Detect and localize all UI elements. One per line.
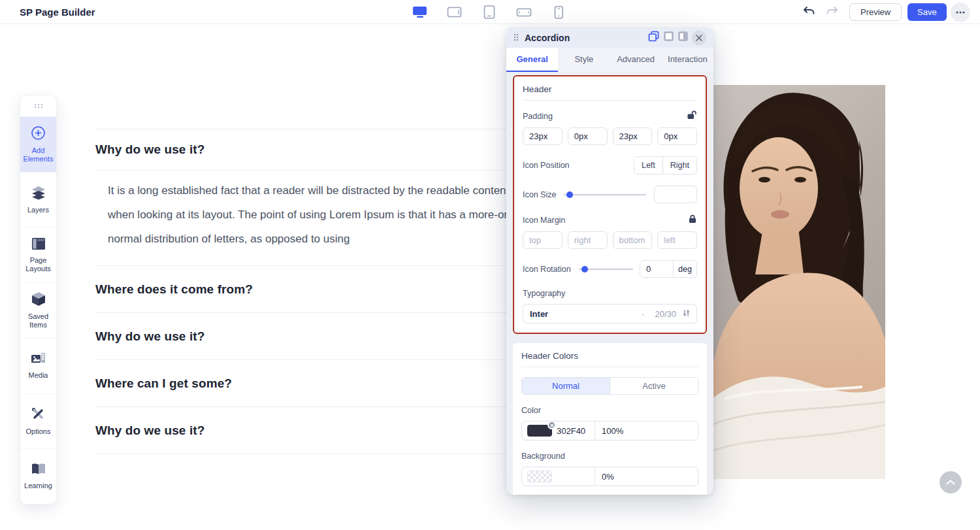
typography-font-name: Inter	[530, 309, 642, 319]
icon-margin-right-input[interactable]	[568, 231, 608, 249]
panel-header: Accordion	[506, 27, 713, 48]
book-icon	[31, 463, 46, 478]
more-options-button[interactable]	[951, 3, 970, 22]
sidebar-item-options[interactable]: Options	[20, 393, 56, 449]
color-hex-value: 302F40	[557, 426, 585, 436]
sidebar-item-learning[interactable]: Learning	[20, 448, 56, 504]
sidebar-item-saved-items[interactable]: Saved Items	[20, 282, 56, 338]
color-swatch[interactable]	[527, 425, 552, 437]
icon-rotation-input[interactable]	[640, 261, 673, 277]
tablet-landscape-icon[interactable]	[447, 6, 463, 19]
icon-margin-bottom-input[interactable]	[613, 231, 653, 249]
accordion-header-text: Why do we use it?	[95, 329, 204, 344]
background-opacity-value[interactable]: 0%	[595, 472, 698, 482]
icon-margin-inputs	[523, 231, 697, 249]
panel-drag-handle[interactable]	[514, 32, 519, 44]
preview-button[interactable]: Preview	[849, 3, 902, 21]
tab-style[interactable]: Style	[558, 48, 610, 72]
icon-size-slider[interactable]	[564, 194, 646, 195]
portrait-image[interactable]	[712, 85, 885, 479]
typography-dot: ·	[642, 309, 644, 319]
plus-circle-icon	[31, 125, 46, 142]
device-switcher	[412, 0, 566, 24]
icon-margin-top-input[interactable]	[523, 231, 563, 249]
panel-size-floating-icon[interactable]	[648, 31, 659, 44]
padding-label: Padding	[523, 112, 553, 121]
desktop-icon[interactable]	[412, 6, 428, 19]
sidebar-item-layers[interactable]: Layers	[20, 172, 56, 227]
panel-body: Header Padding Icon Position Left Right	[506, 72, 713, 495]
sidebar-item-add-elements[interactable]: Add Elements	[20, 116, 56, 172]
accordion-header-text: Why do we use it?	[95, 142, 204, 157]
color-value-row: 302F40 100%	[521, 421, 698, 440]
sidebar-item-label: Options	[26, 427, 51, 436]
clear-color-icon[interactable]	[547, 421, 556, 429]
scroll-to-top-button[interactable]	[939, 471, 962, 493]
sidebar-item-label: Media	[29, 371, 48, 380]
accordion-body-text: It is a long established fact that a rea…	[108, 178, 565, 251]
unlock-icon[interactable]	[687, 110, 697, 122]
history-controls	[802, 0, 839, 24]
sidebar-item-label: Saved Items	[22, 312, 55, 329]
drag-dots-icon	[514, 33, 519, 41]
app-title: SP Page Builder	[20, 0, 95, 24]
slider-handle[interactable]	[581, 266, 588, 273]
tab-label: General	[516, 54, 547, 64]
icon-margin-left-input[interactable]	[657, 231, 697, 249]
padding-bottom-input[interactable]	[613, 127, 653, 145]
layout-icon	[31, 237, 46, 252]
sidebar-item-label: Add Elements	[22, 146, 55, 163]
sidebar-item-media[interactable]: Media	[20, 338, 56, 393]
panel-size-docked-icon[interactable]	[678, 31, 688, 44]
accordion-header-text: Why do we use it?	[95, 423, 204, 438]
padding-top-input[interactable]	[523, 127, 563, 145]
redo-icon[interactable]	[826, 6, 839, 18]
typography-size-value: 20/30	[655, 309, 676, 319]
tools-icon	[31, 406, 46, 423]
mobile-portrait-icon[interactable]	[551, 6, 566, 19]
save-button[interactable]: Save	[907, 3, 947, 21]
panel-title: Accordion	[525, 33, 648, 43]
typography-row[interactable]: Inter · 20/30	[523, 304, 697, 323]
tab-label: Advanced	[617, 54, 655, 64]
state-active-button[interactable]: Active	[610, 378, 698, 394]
ellipsis-icon	[956, 11, 965, 14]
sidebar-item-label: Layers	[27, 206, 49, 214]
padding-inputs	[523, 127, 697, 145]
cube-icon	[31, 291, 46, 308]
tab-general[interactable]: General	[506, 48, 558, 72]
icon-size-input[interactable]	[654, 186, 697, 203]
tab-interaction[interactable]: Interaction	[662, 48, 713, 72]
layers-icon	[31, 186, 46, 202]
tablet-portrait-icon[interactable]	[482, 6, 497, 19]
image-icon	[31, 352, 46, 367]
state-normal-button[interactable]: Normal	[522, 378, 610, 394]
undo-icon[interactable]	[802, 6, 815, 18]
icon-position-toggle: Left Right	[634, 156, 697, 174]
icon-position-left-button[interactable]: Left	[634, 157, 662, 174]
padding-left-input[interactable]	[657, 127, 697, 145]
state-label: Normal	[552, 381, 580, 391]
preview-label: Preview	[860, 7, 890, 17]
sidebar-item-page-layouts[interactable]: Page Layouts	[20, 227, 56, 282]
tab-advanced[interactable]: Advanced	[610, 48, 662, 72]
sidebar-drag-handle[interactable]	[20, 95, 56, 116]
color-opacity-value[interactable]: 100%	[595, 426, 698, 436]
close-icon	[696, 35, 702, 41]
typography-settings-icon[interactable]	[683, 308, 690, 320]
panel-size-half-icon[interactable]	[664, 31, 674, 44]
typography-label: Typography	[523, 289, 565, 298]
mobile-landscape-icon[interactable]	[516, 6, 532, 19]
tab-label: Style	[574, 54, 593, 64]
lock-icon[interactable]	[688, 214, 697, 226]
save-label: Save	[917, 7, 937, 17]
icon-position-label: Icon Position	[523, 161, 570, 170]
padding-right-input[interactable]	[568, 127, 608, 145]
icon-rotation-unit: deg	[673, 261, 696, 277]
icon-position-right-button[interactable]: Right	[662, 157, 696, 174]
icon-rotation-slider[interactable]	[579, 269, 633, 270]
sidebar-item-label: Learning	[24, 482, 52, 490]
slider-handle[interactable]	[566, 191, 573, 198]
panel-close-button[interactable]	[692, 31, 706, 45]
background-swatch[interactable]	[527, 471, 552, 482]
